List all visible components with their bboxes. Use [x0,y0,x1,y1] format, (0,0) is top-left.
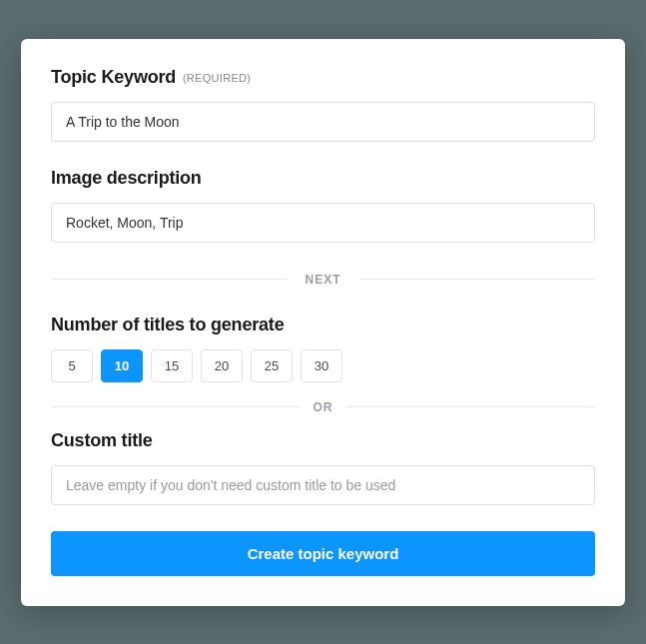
image-description-section: Image description [51,168,595,243]
or-divider-label: OR [314,400,333,414]
topic-keyword-section: Topic Keyword (REQUIRED) [51,67,595,142]
topic-keyword-label-text: Topic Keyword [51,67,176,87]
divider-line [359,279,596,280]
custom-title-section: Custom title [51,430,595,505]
titles-count-option-15[interactable]: 15 [151,349,193,382]
topic-keyword-label: Topic Keyword (REQUIRED) [51,67,595,88]
titles-count-option-30[interactable]: 30 [301,349,342,382]
divider-line [51,279,288,280]
or-divider: OR [51,400,595,414]
divider-line [345,406,596,407]
custom-title-input[interactable] [51,465,595,505]
image-description-label: Image description [51,168,595,189]
titles-count-options: 51015202530 [51,349,595,382]
create-topic-keyword-button[interactable]: Create topic keyword [51,531,595,576]
divider-line [51,406,302,407]
form-card: Topic Keyword (REQUIRED) Image descripti… [21,39,625,606]
titles-count-option-5[interactable]: 5 [51,349,93,382]
next-divider: NEXT [51,273,595,287]
titles-count-section: Number of titles to generate 51015202530 [51,315,595,382]
topic-keyword-input[interactable] [51,102,595,142]
titles-count-option-20[interactable]: 20 [201,349,243,382]
required-tag: (REQUIRED) [183,72,251,84]
custom-title-label: Custom title [51,430,595,451]
titles-count-option-25[interactable]: 25 [251,349,293,382]
next-divider-label: NEXT [306,273,341,287]
titles-count-label: Number of titles to generate [51,315,595,335]
titles-count-option-10[interactable]: 10 [101,349,143,382]
image-description-input[interactable] [51,203,595,243]
